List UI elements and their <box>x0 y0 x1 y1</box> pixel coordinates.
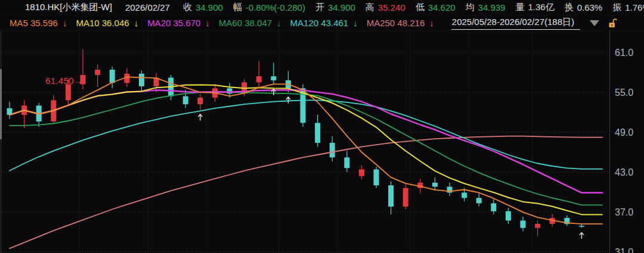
quote-field: 幅-0.80%(-0.280) <box>233 2 305 13</box>
candle[interactable] <box>476 193 482 207</box>
candle[interactable] <box>506 208 511 224</box>
candle[interactable] <box>271 63 276 85</box>
ma-item-ma60: MA60 38.047↓ <box>219 18 281 28</box>
axis-tick-label: 55.0 <box>615 88 643 98</box>
ma-item-text: MA5 35.596 <box>10 18 58 28</box>
ma-down-arrow-icon: ↓ <box>277 18 281 28</box>
quote-field: 收34.900 <box>183 2 223 13</box>
quote-field: 振1.76% <box>612 2 644 13</box>
candle[interactable] <box>256 61 262 88</box>
quote-field-label: 量 <box>515 2 524 13</box>
quote-date: 2026/02/27 <box>125 2 170 13</box>
ma-item-text: MA20 35.670 <box>147 18 200 28</box>
candle[interactable] <box>344 151 349 172</box>
quote-field-value: 1.36亿 <box>528 2 554 13</box>
ma-item-ma120: MA120 43.461↓ <box>290 18 358 28</box>
candle[interactable] <box>21 100 27 128</box>
ma-down-arrow-icon: ↓ <box>134 18 139 28</box>
quote-field-label: 幅 <box>233 2 242 13</box>
candle[interactable] <box>388 182 394 215</box>
quote-field-value: 35.240 <box>378 2 405 13</box>
event-marker-icon[interactable] <box>286 97 290 103</box>
axis-tick-label: 31.0 <box>615 247 643 253</box>
symbol-title: 1810.HK[小米集团-W] <box>25 2 112 13</box>
candle[interactable] <box>330 136 335 161</box>
candle[interactable] <box>447 183 453 196</box>
ma-item-ma250: MA250 48.216↓ <box>367 18 434 28</box>
ma-line <box>10 92 602 205</box>
candle[interactable] <box>521 217 526 232</box>
candlestick-chart[interactable] <box>0 30 644 253</box>
candle[interactable] <box>491 199 496 215</box>
ma-down-arrow-icon: ↓ <box>353 18 358 28</box>
candles <box>7 49 584 236</box>
event-marker-icon[interactable] <box>580 233 583 239</box>
candle[interactable] <box>432 177 438 190</box>
high-annotation: 61.450→ <box>45 76 83 86</box>
ma-down-arrow-icon: ↓ <box>429 18 434 28</box>
candle[interactable] <box>110 66 115 88</box>
quote-field-label: 开 <box>315 2 324 13</box>
quote-field-label: 振 <box>612 2 621 13</box>
quote-header: 1810.HK[小米集团-W] 2026/02/27 收34.900幅-0.80… <box>0 0 644 15</box>
quote-field-value: 34.900 <box>328 2 355 13</box>
ma-line <box>10 85 602 214</box>
candle[interactable] <box>359 165 364 179</box>
quote-field: 高35.240 <box>366 2 405 13</box>
candle[interactable] <box>197 93 203 110</box>
candle[interactable] <box>315 115 320 147</box>
ma-item-ma10: MA10 36.046↓ <box>76 18 138 28</box>
ma-indicator-bar: MA5 35.596↓MA10 36.046↓MA20 35.670↓MA60 … <box>0 15 644 31</box>
axis-tick-label: 43.0 <box>615 167 643 178</box>
triangle-down-icon[interactable] <box>590 20 599 26</box>
quote-field-value: -0.80%(-0.280) <box>246 2 305 13</box>
ma-item-text: MA60 38.047 <box>219 18 272 28</box>
ma-item-text: MA10 36.046 <box>76 18 129 28</box>
quote-field: 开34.900 <box>315 2 355 13</box>
event-marker-icon[interactable] <box>199 114 202 120</box>
quote-field-label: 低 <box>416 2 425 13</box>
axis-tick-label: 37.0 <box>615 207 643 218</box>
quote-field: 均34.939 <box>466 2 506 13</box>
quote-field-value: 1.76% <box>625 2 644 13</box>
ma-item-text: MA250 48.216 <box>367 18 425 28</box>
date-range-selector[interactable]: 2025/05/28-2026/02/27(188日) <box>451 17 580 30</box>
candle[interactable] <box>95 64 100 87</box>
quote-field-value: 34.900 <box>196 2 223 13</box>
candle[interactable] <box>535 221 540 237</box>
candle[interactable] <box>374 167 379 188</box>
ma-values: MA5 35.596↓MA10 36.046↓MA20 35.670↓MA60 … <box>10 18 443 28</box>
quote-field-label: 均 <box>466 2 475 13</box>
quote-field-label: 换 <box>565 2 574 13</box>
ma-line <box>10 90 602 193</box>
quote-field-value: 34.620 <box>428 2 456 13</box>
quote-field-value: 34.939 <box>478 2 506 13</box>
quote-field-label: 收 <box>183 2 192 13</box>
axis-tick-label: 49.0 <box>615 127 643 138</box>
axis-tick-label: 61.0 <box>615 48 643 58</box>
quote-field: 低34.620 <box>416 2 456 13</box>
ma-down-arrow-icon: ↓ <box>205 18 210 28</box>
quote-fields: 收34.900幅-0.80%(-0.280)开34.900高35.240低34.… <box>183 2 644 13</box>
ma-item-text: MA120 43.461 <box>290 18 349 28</box>
ma-item-ma5: MA5 35.596↓ <box>10 18 67 28</box>
ma-line <box>10 77 602 224</box>
candle[interactable] <box>7 102 13 119</box>
quote-field: 换0.63% <box>565 2 603 13</box>
quote-field: 量1.36亿 <box>515 2 554 13</box>
candle[interactable] <box>154 73 159 92</box>
candle[interactable] <box>564 215 569 226</box>
candle[interactable] <box>403 184 408 209</box>
lock-open-icon[interactable] <box>608 18 618 29</box>
ma-down-arrow-icon: ↓ <box>63 18 67 28</box>
quote-field-value: 0.63% <box>577 2 603 13</box>
quote-field-label: 高 <box>366 2 374 13</box>
chart-area[interactable]: 61.450→ 33.320→ 61.055.049.043.037.031.0 <box>0 30 644 253</box>
ma-item-ma20: MA20 35.670↓ <box>147 18 210 28</box>
ma-line <box>10 136 602 249</box>
candle[interactable] <box>36 103 42 127</box>
candle[interactable] <box>139 70 144 91</box>
